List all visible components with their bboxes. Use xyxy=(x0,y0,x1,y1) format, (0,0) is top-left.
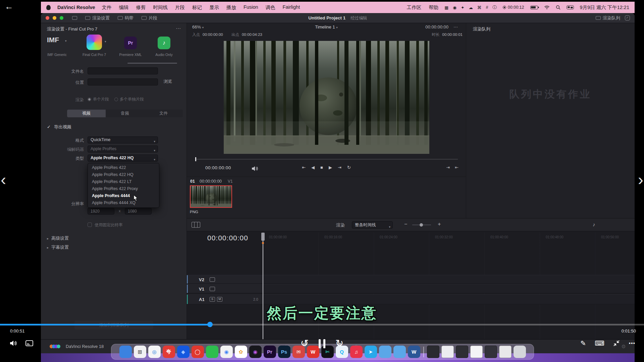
clip-thumbnail[interactable] xyxy=(190,185,232,208)
transport-button[interactable]: ◀ xyxy=(311,165,315,170)
audio-waveform-icon[interactable]: ♪ xyxy=(593,222,595,227)
close-button[interactable] xyxy=(46,16,49,20)
browse-button[interactable]: 浏览 xyxy=(164,79,172,84)
radio-single-clip[interactable]: 单个片段 xyxy=(88,97,109,102)
dropdown-option[interactable]: Apple ProRes 422 xyxy=(88,164,159,171)
render-range-select[interactable]: 整条时间线▾ xyxy=(352,221,393,229)
dropdown-option[interactable]: Apple ProRes 422 Proxy xyxy=(88,185,159,192)
preset-audio-only-icon[interactable]: ♪ xyxy=(158,37,170,49)
status-icon[interactable]: ◉ xyxy=(453,5,457,10)
bitrate-checkbox[interactable]: 使用固定比特率 xyxy=(88,222,123,228)
subtitle-settings-section[interactable]: ▸字幕设置 xyxy=(47,244,69,250)
apple-logo-icon[interactable] xyxy=(46,5,51,10)
keyboard-shortcuts-icon[interactable]: ⌨ xyxy=(595,339,604,347)
track-target-icon[interactable] xyxy=(210,287,215,291)
menubar-menu-item[interactable]: 播放 xyxy=(226,4,236,11)
dropdown-option[interactable]: Apple ProRes 4444 XQ xyxy=(88,199,159,206)
forward-30-button[interactable]: ↻ 30 xyxy=(334,338,345,349)
status-icon[interactable]: ▦ xyxy=(444,5,448,10)
preset-premiere-xml-icon[interactable]: Pr xyxy=(124,37,137,49)
zoom-slider[interactable] xyxy=(412,225,431,225)
next-video-button[interactable]: › xyxy=(638,170,643,189)
solo-button[interactable]: S xyxy=(210,297,215,302)
back-button[interactable]: ← xyxy=(5,1,13,12)
track-row-v1[interactable]: V1 xyxy=(187,284,635,293)
preset-scrollbar[interactable] xyxy=(127,63,177,64)
zoom-button[interactable] xyxy=(60,16,63,20)
wifi-icon[interactable] xyxy=(544,5,550,9)
transport-button[interactable]: ↻ xyxy=(347,165,351,170)
menubar-menu-item[interactable]: 工作区 xyxy=(407,4,422,11)
jump-button[interactable]: ⇤ xyxy=(455,165,459,170)
transport-button[interactable]: ⇤ xyxy=(302,165,306,170)
progress-knob[interactable] xyxy=(207,322,213,327)
track-target-icon[interactable] xyxy=(210,277,215,282)
chevron-down-icon[interactable]: ▾ xyxy=(65,39,67,43)
resolution-width-input[interactable]: 1920 xyxy=(88,208,114,215)
status-icon[interactable]: # xyxy=(486,5,488,10)
status-icon[interactable]: ☁ xyxy=(469,5,473,10)
minimize-button[interactable] xyxy=(53,16,56,20)
timeline-playhead[interactable] xyxy=(263,233,263,339)
track-row-v2[interactable]: V2 xyxy=(187,275,635,284)
format-select[interactable]: QuickTime▾ xyxy=(88,136,158,143)
zoom-in-button[interactable]: + xyxy=(438,221,441,227)
menubar-menu-item[interactable]: 显示 xyxy=(209,4,219,11)
dropdown-option[interactable]: Apple ProRes 422 HQ xyxy=(88,171,159,178)
mute-button[interactable]: M xyxy=(217,297,222,302)
menubar-clock[interactable]: 9月9日 週六 下午12:21 xyxy=(580,4,629,11)
resolution-height-input[interactable]: 1080 xyxy=(125,208,152,215)
menubar-menu-item[interactable]: 编辑 xyxy=(119,4,129,11)
checkbox-panel-icon[interactable]: ✓ xyxy=(625,15,630,20)
export-video-checkbox[interactable]: ✓导出视频 xyxy=(47,124,71,130)
more-options-icon[interactable]: ⋯ xyxy=(629,339,635,347)
frame-view-icon[interactable] xyxy=(192,222,200,228)
screen-recording-indicator[interactable]: 00:00:12 xyxy=(503,5,524,10)
render-settings-toggle[interactable]: 渲染设置 xyxy=(85,15,110,21)
notes-pencil-icon[interactable]: ✎ xyxy=(580,339,586,347)
viewer-playhead[interactable] xyxy=(195,157,196,161)
dropdown-option[interactable]: Apple ProRes 4444 xyxy=(88,192,159,199)
search-icon[interactable] xyxy=(556,5,560,10)
clips-toggle[interactable]: 片段 xyxy=(142,15,157,21)
exit-fullscreen-icon[interactable] xyxy=(613,340,620,347)
codec-select[interactable]: Apple ProRes▾ xyxy=(88,145,158,153)
menubar-menu-item[interactable]: Fairlight xyxy=(283,4,300,11)
dropdown-option[interactable]: Apple ProRes 422 LT xyxy=(88,178,159,185)
status-icon[interactable]: ⓘ xyxy=(492,5,497,10)
tape-toggle[interactable]: 码带 xyxy=(118,15,133,21)
preset-final-cut-pro-icon[interactable] xyxy=(87,35,102,50)
chevron-down-icon[interactable]: ▾ xyxy=(105,40,106,43)
menubar-menu-item[interactable]: 片段 xyxy=(175,4,185,11)
menubar-menu-item[interactable]: 调色 xyxy=(266,4,275,11)
tab-video[interactable]: 视频 xyxy=(67,110,106,117)
preset-imf[interactable]: IMF xyxy=(47,36,59,44)
pause-button[interactable] xyxy=(319,339,325,348)
location-input[interactable] xyxy=(88,78,158,85)
viewer-menu-icon[interactable]: ⋯ xyxy=(453,24,458,29)
tab-file[interactable]: 文件 xyxy=(144,110,183,117)
progress-bar[interactable] xyxy=(0,324,644,325)
transport-button[interactable]: ⇥ xyxy=(338,165,341,170)
previous-video-button[interactable]: ‹ xyxy=(1,170,6,189)
rewind-10-button[interactable]: ↺ 10 xyxy=(299,338,310,349)
timeline-select[interactable]: Timeline 1 ▾ xyxy=(187,24,466,29)
control-center-icon[interactable] xyxy=(567,5,574,9)
status-icon[interactable]: ⌘ xyxy=(477,5,482,10)
menubar-menu-item[interactable]: Fusion xyxy=(244,4,258,11)
type-select[interactable]: Apple ProRes 422 HQ▾ xyxy=(88,155,158,162)
transport-button[interactable]: ■ xyxy=(320,165,323,170)
radio-individual-clips[interactable]: 多个单独片段 xyxy=(114,97,144,102)
filename-input[interactable] xyxy=(88,67,158,74)
zoom-slider-handle[interactable] xyxy=(420,223,423,227)
panel-menu-icon[interactable]: ⋯ xyxy=(176,25,181,32)
transport-button[interactable]: ▶ xyxy=(329,165,332,170)
monitor-icon[interactable] xyxy=(72,16,77,20)
menubar-app-name[interactable]: DaVinci Resolve xyxy=(57,5,95,10)
advanced-settings-section[interactable]: ▸高级设置 xyxy=(47,235,69,241)
mute-icon[interactable] xyxy=(251,166,259,172)
timeline-ruler[interactable]: 01:00:08:0001:00:16:0001:00:24:0001:00:3… xyxy=(263,235,635,240)
menubar-menu-item[interactable]: 时间线 xyxy=(153,4,168,11)
render-queue-toggle[interactable]: 渲染队列 xyxy=(596,15,620,21)
menubar-menu-item[interactable]: 文件 xyxy=(102,4,112,11)
